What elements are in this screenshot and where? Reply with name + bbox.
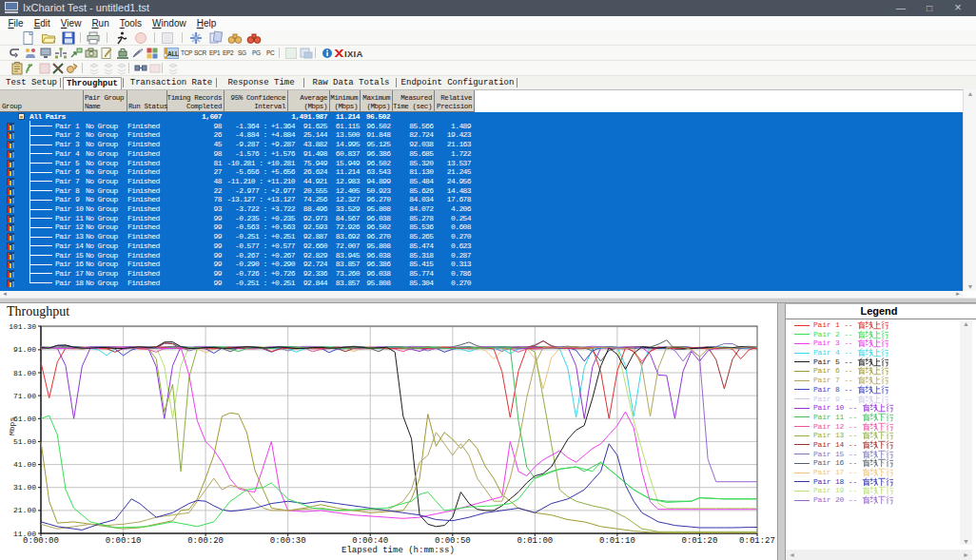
- svg-text:31.00: 31.00: [13, 483, 36, 492]
- svg-text:41.00: 41.00: [13, 460, 36, 469]
- svg-text:0:01:20: 0:01:20: [681, 536, 717, 546]
- svg-text:0:00:30: 0:00:30: [270, 536, 306, 546]
- svg-text:0:00:50: 0:00:50: [435, 536, 471, 546]
- svg-text:IXIA: IXIA: [344, 48, 363, 59]
- svg-text:101.30: 101.30: [9, 322, 36, 331]
- svg-text:81.00: 81.00: [13, 369, 36, 377]
- svg-text:51.00: 51.00: [13, 437, 36, 446]
- svg-text:21.00: 21.00: [13, 506, 36, 514]
- svg-text:0:00:20: 0:00:20: [187, 536, 224, 546]
- svg-text:61.00: 61.00: [13, 415, 36, 423]
- svg-text:0:00:10: 0:00:10: [106, 536, 142, 546]
- svg-text:0:00:40: 0:00:40: [352, 536, 388, 546]
- svg-text:0:01:27: 0:01:27: [739, 536, 775, 546]
- svg-text:91.00: 91.00: [13, 345, 36, 354]
- svg-text:0:01:00: 0:01:00: [517, 536, 553, 546]
- svg-text:71.00: 71.00: [13, 392, 36, 400]
- svg-text:0:01:10: 0:01:10: [599, 536, 635, 546]
- svg-text:0:00:00: 0:00:00: [23, 536, 59, 546]
